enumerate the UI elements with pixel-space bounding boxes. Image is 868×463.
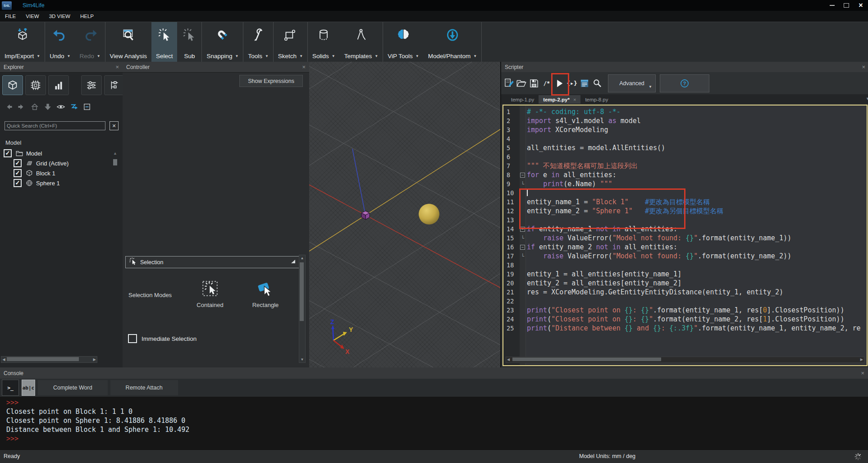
minimize-button[interactable] [825, 0, 839, 11]
code-line-16[interactable]: if entity_name_2 not in all_entities: [526, 243, 867, 252]
mode-contained[interactable]: Contained [190, 278, 230, 308]
script-edit-button[interactable] [503, 73, 515, 93]
menu-view[interactable]: VIEW [21, 11, 44, 22]
toolbar-item-solids[interactable]: Solids▼ [308, 22, 340, 62]
scrollbar-thumb[interactable] [300, 262, 304, 321]
run-button[interactable] [553, 73, 566, 93]
menu-help[interactable]: HELP [75, 11, 99, 22]
fold-marker[interactable]: └ [520, 252, 525, 261]
scroll-up-icon[interactable]: ▲ [299, 256, 305, 260]
code-line-5[interactable]: all_entities = model.AllEntities() [526, 143, 867, 152]
code-line-7[interactable]: """ 不知道模型名稱可加上這段列出 [526, 161, 867, 170]
close-icon[interactable]: × [115, 64, 119, 70]
code-line-8[interactable]: for e in all_entities: [526, 170, 867, 179]
immediate-selection-checkbox[interactable] [128, 334, 137, 343]
tab-temp-2-py[interactable]: temp-2.py*× [539, 95, 580, 104]
tree-scrollbar-thumb[interactable] [113, 159, 117, 165]
arrow-right-icon[interactable] [17, 101, 27, 112]
tree-item-sphere-1[interactable]: ✓Sphere 1 [0, 178, 113, 188]
code-line-6[interactable] [526, 152, 867, 161]
braces-button[interactable]: {▸} [566, 73, 578, 93]
close-icon[interactable]: × [862, 64, 865, 70]
checkbox[interactable]: ✓ [4, 149, 12, 157]
code-line-19[interactable]: entity_1 = all_entities[entity_name_1] [526, 270, 867, 279]
code-editor[interactable]: 1234567891011121314151617181920212223242… [503, 105, 868, 366]
menu-file[interactable]: FILE [0, 11, 21, 22]
code-line-11[interactable]: entity_name_1 = "Block 1" #更改為目標模型名稱 [526, 197, 867, 206]
scroll-right-icon[interactable]: ▶ [860, 357, 863, 362]
code-line-13[interactable] [526, 215, 867, 225]
code-line-3[interactable]: import XCoreModeling [526, 125, 867, 134]
tree-item-grid-active[interactable]: ✓Grid (Active) [0, 158, 113, 168]
editor-horizontal-scrollbar[interactable]: ◀ ▶ [506, 357, 864, 363]
complete-word-button[interactable]: Complete Word [38, 380, 108, 395]
clear-search-button[interactable]: ✕ [110, 121, 119, 130]
toolbar-item-templates[interactable]: Templates▼ [340, 22, 383, 62]
checkbox[interactable]: ✓ [14, 159, 22, 167]
explorer-view-filter-button[interactable] [81, 75, 102, 95]
scrollbar-thumb[interactable] [512, 358, 661, 361]
fold-marker[interactable]: − [520, 225, 525, 234]
tab-temp-1-py[interactable]: temp-1.py [507, 95, 539, 104]
scroll-right-icon[interactable]: ▶ [92, 358, 97, 362]
menu-3d-view[interactable]: 3D VIEW [44, 11, 75, 22]
code-line-25[interactable]: print("Distance between {} and {}: {:.3f… [526, 324, 867, 333]
fold-marker[interactable]: − [520, 170, 525, 179]
folder-open-button[interactable] [515, 73, 528, 93]
code-line-1[interactable]: # -*- coding: utf-8 -*- [526, 107, 867, 116]
close-tab-icon[interactable]: × [573, 97, 576, 102]
scroll-left-icon[interactable]: ◀ [1, 358, 6, 362]
checkbox[interactable]: ✓ [14, 179, 22, 187]
scroll-down-icon[interactable]: ▼ [299, 358, 305, 362]
collapse-box-icon[interactable] [82, 101, 92, 112]
tree-item-block-1[interactable]: ✓Block 1 [0, 168, 113, 178]
explorer-view-model-cube-button[interactable] [2, 75, 23, 95]
collapse-triangle-icon[interactable] [289, 258, 297, 266]
search-input[interactable] [5, 121, 105, 130]
mode-rectangle[interactable]: Rectangle [245, 278, 286, 308]
toolbar-item-model-phantom[interactable]: Model/Phantom▼ [424, 22, 481, 62]
toolbar-item-sub[interactable]: Sub [177, 22, 201, 62]
checkbox[interactable]: ✓ [14, 169, 22, 177]
code-line-10[interactable] [526, 188, 867, 197]
block-1-object[interactable] [361, 211, 370, 220]
code-line-4[interactable] [526, 134, 867, 143]
explorer-horizontal-scrollbar[interactable]: ◀ ▶ [1, 356, 97, 363]
toolbar-item-snapping[interactable]: Snapping▼ [202, 22, 243, 62]
explorer-view-hierarchy-button[interactable] [104, 75, 125, 95]
explorer-view-chart-button[interactable] [48, 75, 69, 95]
sphere-1-object[interactable] [419, 204, 439, 225]
toolbar-item-undo[interactable]: Undo▼ [45, 22, 75, 62]
fold-marker[interactable]: └ [520, 179, 525, 188]
zigzag-icon[interactable] [69, 101, 79, 112]
toolbar-item-select[interactable]: Select [151, 22, 178, 62]
code-line-2[interactable]: import s4l_v1.model as model [526, 116, 867, 125]
complete-word-icon[interactable]: ab|c [22, 380, 35, 396]
toolbar-item-view-analysis[interactable]: View Analysis [105, 22, 151, 62]
toolbar-item-tools[interactable]: Tools▼ [243, 22, 273, 62]
close-button[interactable]: × [854, 0, 868, 11]
fold-marker[interactable]: └ [520, 234, 525, 243]
comment-button[interactable]: /* [540, 73, 553, 93]
code-line-12[interactable]: entity_name_2 = "Sphere 1" #更改為另個目標模型名稱 [526, 206, 867, 215]
help-button[interactable]: ? [660, 74, 709, 92]
eye-icon[interactable] [56, 101, 66, 112]
toolbar-item-redo[interactable]: Redo▼ [75, 22, 105, 62]
maximize-button[interactable] [839, 0, 854, 11]
code-line-23[interactable]: print("Closest point on {}: {}".format(e… [526, 306, 867, 315]
tab-temp-8-py[interactable]: temp-8.py [580, 95, 612, 104]
save-button[interactable] [528, 73, 540, 93]
immediate-selection-row[interactable]: Immediate Selection [128, 334, 196, 343]
code-line-20[interactable]: entity_2 = all_entities[entity_name_2] [526, 279, 867, 288]
tree-item-model[interactable]: ✓Model [0, 148, 113, 158]
code-line-24[interactable]: print("Closest point on {}: {}".format(e… [526, 315, 867, 324]
code-line-18[interactable] [526, 261, 867, 270]
arrow-down-icon[interactable] [43, 101, 53, 112]
home-icon[interactable] [30, 101, 40, 112]
code-line-21[interactable]: res = XCoreModeling.GetEntityEntityDista… [526, 288, 867, 297]
tree-scroll-up-icon[interactable]: ▲ [113, 151, 117, 156]
console-output[interactable]: >>>Closest point on Block 1: 1 1 0Closes… [0, 397, 868, 449]
code-line-14[interactable]: if entity_name_1 not in all_entities: [526, 225, 867, 234]
tab-overflow-icon[interactable]: ▼ [866, 96, 868, 101]
log-list-button[interactable] [578, 73, 591, 93]
